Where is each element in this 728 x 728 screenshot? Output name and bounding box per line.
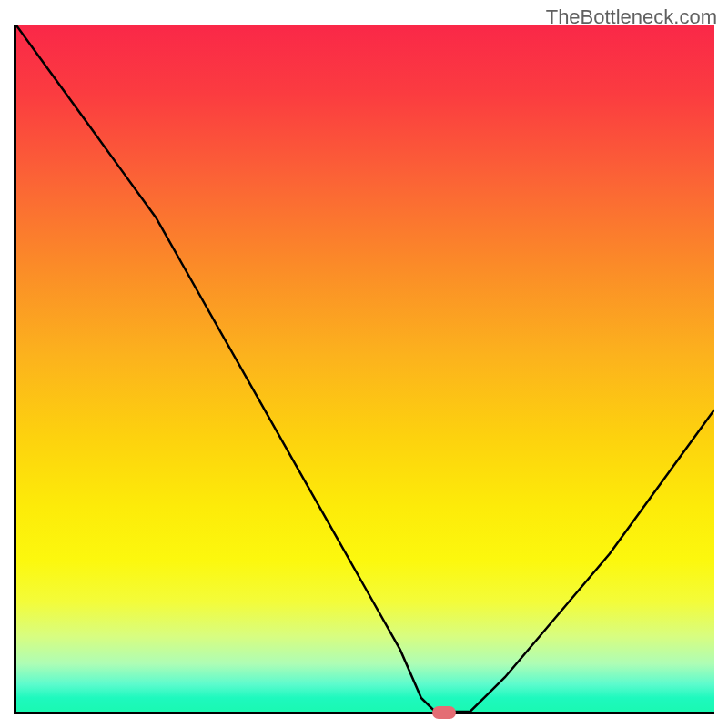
- chart-minimum-marker: [432, 706, 456, 719]
- chart-curve: [16, 25, 714, 712]
- watermark-text: TheBottleneck.com: [546, 5, 717, 29]
- chart-plot-area: [14, 25, 714, 714]
